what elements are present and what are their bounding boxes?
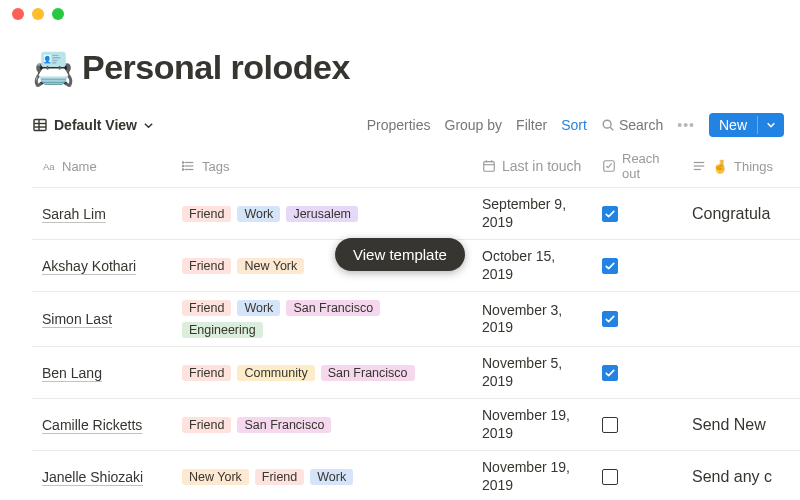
table-row[interactable]: Ben LangFriendCommunitySan FranciscoNove…	[32, 347, 800, 399]
column-reach-out[interactable]: Reach out	[592, 145, 682, 187]
tag-chip[interactable]: Friend	[182, 300, 231, 316]
things-cell[interactable]: Congratula	[682, 197, 800, 231]
svg-rect-0	[34, 120, 46, 131]
date-text: 2019	[482, 373, 562, 391]
things-cell[interactable]: Send any c	[682, 460, 800, 494]
checkbox[interactable]	[602, 365, 618, 381]
name-cell[interactable]: Simon Last	[32, 303, 172, 335]
page-icon[interactable]: 📇	[32, 51, 74, 85]
reach-out-cell[interactable]	[592, 409, 682, 441]
svg-point-4	[603, 120, 611, 128]
tag-chip[interactable]: Jerusalem	[286, 206, 358, 222]
date-prop-icon	[482, 159, 496, 173]
tags-cell[interactable]: FriendCommunitySan Francisco	[172, 357, 472, 389]
tag-chip[interactable]: Work	[237, 206, 280, 222]
tags-cell[interactable]: FriendWorkSan FranciscoEngineering	[172, 292, 472, 346]
tag-chip[interactable]: Work	[237, 300, 280, 316]
view-label: Default View	[54, 117, 137, 133]
svg-text:Aa: Aa	[43, 161, 55, 172]
tag-chip[interactable]: San Francisco	[286, 300, 380, 316]
tags-cell[interactable]: FriendWorkJerusalem	[172, 198, 472, 230]
checkbox[interactable]	[602, 258, 618, 274]
table-row[interactable]: Janelle ShiozakiNew YorkFriendWorkNovemb…	[32, 451, 800, 500]
name-cell[interactable]: Camille Ricketts	[32, 409, 172, 441]
tag-chip[interactable]: Community	[237, 365, 314, 381]
things-cell[interactable]	[682, 365, 800, 381]
column-name[interactable]: Aa Name	[32, 145, 172, 187]
database-table: Aa Name Tags Last in touch Reach out 🤞Th…	[32, 145, 800, 500]
column-tags[interactable]: Tags	[172, 145, 472, 187]
svg-point-10	[182, 162, 183, 163]
tags-cell[interactable]: FriendSan Francisco	[172, 409, 472, 441]
sort-button[interactable]: Sort	[561, 117, 587, 133]
close-window-icon[interactable]	[12, 8, 24, 20]
tag-chip[interactable]: New York	[237, 258, 304, 274]
svg-point-12	[182, 169, 183, 170]
table-row[interactable]: Sarah LimFriendWorkJerusalemSeptember 9,…	[32, 188, 800, 240]
new-button[interactable]: New	[709, 113, 784, 137]
more-options-button[interactable]: •••	[677, 117, 695, 133]
things-cell[interactable]	[682, 311, 800, 327]
reach-out-cell[interactable]	[592, 198, 682, 230]
things-cell[interactable]: Send New	[682, 408, 800, 442]
date-cell[interactable]: November 19,2019	[472, 399, 592, 450]
tag-chip[interactable]: Friend	[182, 365, 231, 381]
date-text: November 19,	[482, 459, 570, 477]
reach-out-cell[interactable]	[592, 461, 682, 493]
checkbox[interactable]	[602, 206, 618, 222]
name-cell[interactable]: Akshay Kothari	[32, 250, 172, 282]
view-template-button[interactable]: View template	[335, 238, 465, 271]
name-cell[interactable]: Ben Lang	[32, 357, 172, 389]
checkbox[interactable]	[602, 469, 618, 485]
table-row[interactable]: Camille RickettsFriendSan FranciscoNovem…	[32, 399, 800, 451]
window-titlebar	[0, 0, 800, 28]
table-header: Aa Name Tags Last in touch Reach out 🤞Th…	[32, 145, 800, 188]
tag-chip[interactable]: New York	[182, 469, 249, 485]
column-things-emoji: 🤞	[712, 159, 728, 174]
minimize-window-icon[interactable]	[32, 8, 44, 20]
reach-out-cell[interactable]	[592, 250, 682, 282]
maximize-window-icon[interactable]	[52, 8, 64, 20]
reach-out-cell[interactable]	[592, 357, 682, 389]
date-text: September 9,	[482, 196, 566, 214]
things-cell[interactable]	[682, 258, 800, 274]
new-button-dropdown[interactable]	[757, 116, 784, 134]
tag-chip[interactable]: Friend	[255, 469, 304, 485]
tag-chip[interactable]: Friend	[182, 417, 231, 433]
date-cell[interactable]: October 15, 2019	[472, 240, 592, 291]
table-row[interactable]: Simon LastFriendWorkSan FranciscoEnginee…	[32, 292, 800, 347]
tag-chip[interactable]: Friend	[182, 258, 231, 274]
tag-chip[interactable]: San Francisco	[321, 365, 415, 381]
column-things[interactable]: 🤞Things	[682, 145, 800, 187]
search-label: Search	[619, 117, 663, 133]
date-cell[interactable]: September 9,2019	[472, 188, 592, 239]
checkbox[interactable]	[602, 417, 618, 433]
tag-chip[interactable]: Engineering	[182, 322, 263, 338]
date-cell[interactable]: November 19,2019	[472, 451, 592, 500]
name-cell[interactable]: Janelle Shiozaki	[32, 461, 172, 493]
tag-chip[interactable]: San Francisco	[237, 417, 331, 433]
column-things-label: Things	[734, 159, 773, 174]
name-cell[interactable]: Sarah Lim	[32, 198, 172, 230]
tags-cell[interactable]: New YorkFriendWork	[172, 461, 472, 493]
group-by-button[interactable]: Group by	[445, 117, 503, 133]
check-icon	[604, 260, 616, 272]
svg-point-11	[182, 165, 183, 166]
date-text: 2019	[482, 319, 562, 337]
page-header: 📇 Personal rolodex	[32, 48, 800, 87]
date-cell[interactable]: November 5,2019	[472, 347, 592, 398]
check-icon	[604, 208, 616, 220]
reach-out-cell[interactable]	[592, 303, 682, 335]
page-title[interactable]: Personal rolodex	[82, 48, 350, 87]
tag-chip[interactable]: Friend	[182, 206, 231, 222]
date-text: October 15, 2019	[482, 248, 582, 283]
column-last-in-touch[interactable]: Last in touch	[472, 145, 592, 187]
view-switcher[interactable]: Default View	[32, 117, 154, 133]
date-cell[interactable]: November 3,2019	[472, 294, 592, 345]
filter-button[interactable]: Filter	[516, 117, 547, 133]
check-icon	[604, 367, 616, 379]
search-button[interactable]: Search	[601, 117, 663, 133]
tag-chip[interactable]: Work	[310, 469, 353, 485]
checkbox[interactable]	[602, 311, 618, 327]
properties-button[interactable]: Properties	[367, 117, 431, 133]
